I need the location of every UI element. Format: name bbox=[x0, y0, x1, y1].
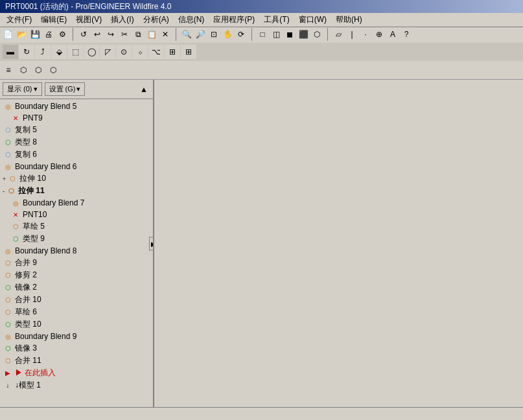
copy-icon: ⬡ bbox=[3, 125, 13, 135]
zoom-fit-button[interactable]: ⊡ bbox=[207, 28, 220, 41]
zoom-out-button[interactable]: 🔎 bbox=[194, 28, 207, 41]
tree-item-pnt9[interactable]: ✕ PNT9 bbox=[0, 112, 153, 124]
sweep-btn[interactable]: ⤴ bbox=[35, 45, 51, 59]
datum-point-button[interactable]: · bbox=[359, 28, 372, 41]
app-window: PRT0001 (活动的) - Pro/ENGINEER Wildfire 4.… bbox=[0, 0, 523, 420]
help-button[interactable]: ? bbox=[400, 28, 413, 41]
panel-scroll-up[interactable]: ▲ bbox=[137, 83, 150, 96]
tree-label-bb8: Boundary Blend 8 bbox=[15, 246, 76, 255]
extrude-btn[interactable]: ▬ bbox=[3, 45, 18, 59]
tree-item-pnt10[interactable]: ✕ PNT10 bbox=[0, 209, 153, 220]
hole-btn[interactable]: ⊙ bbox=[116, 45, 132, 59]
shaded2-button[interactable]: ⬛ bbox=[297, 28, 310, 41]
zoom-in-button[interactable]: 🔍 bbox=[180, 28, 193, 41]
tree-item-mirror3[interactable]: ⬡ 镜像 3 bbox=[0, 342, 153, 355]
model-tree[interactable]: ◎ Boundary Blend 5 ✕ PNT9 ⬡ 复制 5 ⬡ 类型 8 bbox=[0, 99, 153, 407]
tree-item-bb7[interactable]: ◎ Boundary Blend 7 bbox=[0, 197, 153, 209]
tree-item-type9[interactable]: ⬡ 类型 9 bbox=[0, 233, 153, 245]
minus-icon-11: - bbox=[3, 188, 5, 194]
tree-item-merge10[interactable]: ⬡ 合并 10 bbox=[0, 294, 153, 306]
pattern-btn[interactable]: ⊞ bbox=[181, 45, 196, 59]
shell-btn[interactable]: ⬚ bbox=[67, 45, 83, 59]
tree-item-bb9[interactable]: ◎ Boundary Blend 9 bbox=[0, 331, 153, 342]
perspective-button[interactable]: ⬡ bbox=[310, 28, 323, 41]
settings2-button[interactable]: ⚙ bbox=[56, 28, 69, 41]
model1-icon: ↓ bbox=[3, 380, 13, 391]
tree-item-ext11[interactable]: - ⬡ 拉伸 11 bbox=[0, 185, 153, 197]
toolbar-feature-group: ▬ ↻ ⤴ ⬙ ⬚ ◯ ◸ ⊙ ⬦ ⌥ ⊞ ⊞ bbox=[1, 44, 198, 60]
rotate-button[interactable]: ⟳ bbox=[235, 28, 248, 41]
wireframe-button[interactable]: □ bbox=[256, 28, 269, 41]
tree-item-trim2[interactable]: ⬡ 修剪 2 bbox=[0, 269, 153, 281]
merge9-icon: ⬡ bbox=[3, 258, 13, 268]
cut-button[interactable]: ✂ bbox=[118, 28, 131, 41]
paste-button[interactable]: 📋 bbox=[145, 28, 158, 41]
print-button[interactable]: 🖨 bbox=[42, 28, 55, 41]
pan-button[interactable]: ✋ bbox=[221, 28, 234, 41]
display-dropdown[interactable]: 显示 (0) ▾ bbox=[3, 82, 42, 96]
toolbar-view-group: ↺ ↩ ↪ ✂ ⧉ 📋 ✕ bbox=[76, 27, 173, 41]
tree-item-type8[interactable]: ⬡ 类型 8 bbox=[0, 136, 153, 148]
menu-help[interactable]: 帮助(H) bbox=[332, 13, 366, 27]
tree-item-curve6[interactable]: ⬡ 草绘 6 bbox=[0, 306, 153, 318]
tree-label-bb9: Boundary Blend 9 bbox=[15, 332, 76, 341]
tree-item-model1[interactable]: ↓ ↓模型 1 bbox=[0, 379, 153, 391]
rib-btn[interactable]: ⌥ bbox=[148, 45, 164, 59]
blend8-icon: ◎ bbox=[3, 246, 13, 256]
offset-btn[interactable]: ⊞ bbox=[165, 45, 180, 59]
menu-view[interactable]: 视图(V) bbox=[72, 13, 106, 27]
tree-item-bb6[interactable]: ◎ Boundary Blend 6 bbox=[0, 161, 153, 172]
annotation-button[interactable]: A bbox=[386, 28, 399, 41]
tree-label-merge10: 合并 10 bbox=[15, 294, 41, 305]
hidden-button[interactable]: ◫ bbox=[270, 28, 283, 41]
tree-item-merge9[interactable]: ⬡ 合并 9 bbox=[0, 257, 153, 269]
menu-edit[interactable]: 编辑(E) bbox=[37, 13, 71, 27]
settings-dropdown[interactable]: 设置 (G) ▾ bbox=[45, 82, 86, 96]
tree-item-bb5[interactable]: ◎ Boundary Blend 5 bbox=[0, 100, 153, 112]
tree-item-curve5[interactable]: ⬡ 草绘 5 bbox=[0, 220, 153, 233]
new-button[interactable]: 📄 bbox=[1, 28, 14, 41]
tree-item-bb8[interactable]: ◎ Boundary Blend 8 bbox=[0, 245, 153, 257]
tree-toggle[interactable]: ≡ bbox=[1, 63, 16, 77]
open-button[interactable]: 📂 bbox=[15, 28, 28, 41]
menu-tools[interactable]: 工具(T) bbox=[260, 13, 293, 27]
save-button[interactable]: 💾 bbox=[29, 28, 41, 41]
pnt-icon: ✕ bbox=[10, 113, 21, 123]
datum-plane-button[interactable]: ▱ bbox=[332, 28, 345, 41]
tree-item-copy6[interactable]: ⬡ 复制 6 bbox=[0, 148, 153, 161]
status-text bbox=[3, 410, 5, 418]
tree-item-insert[interactable]: ▶ ▶ 在此插入 bbox=[0, 367, 153, 379]
shaded-button[interactable]: ◼ bbox=[283, 28, 296, 41]
copy-button[interactable]: ⧉ bbox=[132, 28, 145, 41]
toolbar-row-3: ≡ ⬡ ⬡ ⬡ bbox=[0, 62, 523, 78]
tree-item-ext10[interactable]: + ⬡ 拉伸 10 bbox=[0, 172, 153, 185]
delete-button[interactable]: ✕ bbox=[159, 28, 172, 41]
filter-btn[interactable]: ⬡ bbox=[31, 63, 45, 77]
tree-item-type10[interactable]: ⬡ 类型 10 bbox=[0, 318, 153, 331]
draft-btn[interactable]: ⬦ bbox=[132, 45, 148, 59]
tree-item-merge11[interactable]: ⬡ 合并 11 bbox=[0, 355, 153, 367]
menu-insert[interactable]: 插入(I) bbox=[107, 13, 137, 27]
collapse-panel-button[interactable]: ▶ bbox=[149, 237, 154, 250]
menu-file[interactable]: 文件(F) bbox=[3, 13, 36, 27]
chamfer-btn[interactable]: ◸ bbox=[100, 45, 115, 59]
undo-button[interactable]: ↩ bbox=[91, 28, 104, 41]
menu-window[interactable]: 窗口(W) bbox=[295, 13, 331, 27]
repaint-button[interactable]: ↺ bbox=[77, 28, 90, 41]
revolve-btn[interactable]: ↻ bbox=[19, 45, 34, 59]
round-btn[interactable]: ◯ bbox=[84, 45, 99, 59]
expand-btn[interactable]: ⬡ bbox=[46, 63, 60, 77]
csys-button[interactable]: ⊕ bbox=[373, 28, 386, 41]
menu-info[interactable]: 信息(N) bbox=[174, 13, 209, 27]
tree-item-mirror2[interactable]: ⬡ 镜像 2 bbox=[0, 281, 153, 294]
tree-item-copy5[interactable]: ⬡ 复制 5 bbox=[0, 124, 153, 136]
status-bar bbox=[0, 407, 523, 420]
type-icon: ⬡ bbox=[3, 137, 13, 148]
search-btn[interactable]: ⬡ bbox=[16, 63, 30, 77]
menu-apps[interactable]: 应用程序(P) bbox=[209, 13, 259, 27]
menu-analysis[interactable]: 分析(A) bbox=[139, 13, 173, 27]
blend-btn[interactable]: ⬙ bbox=[51, 45, 67, 59]
tree-label-bb6: Boundary Blend 6 bbox=[15, 162, 76, 171]
datum-axis-button[interactable]: | bbox=[345, 28, 358, 41]
redo-button[interactable]: ↪ bbox=[104, 28, 117, 41]
